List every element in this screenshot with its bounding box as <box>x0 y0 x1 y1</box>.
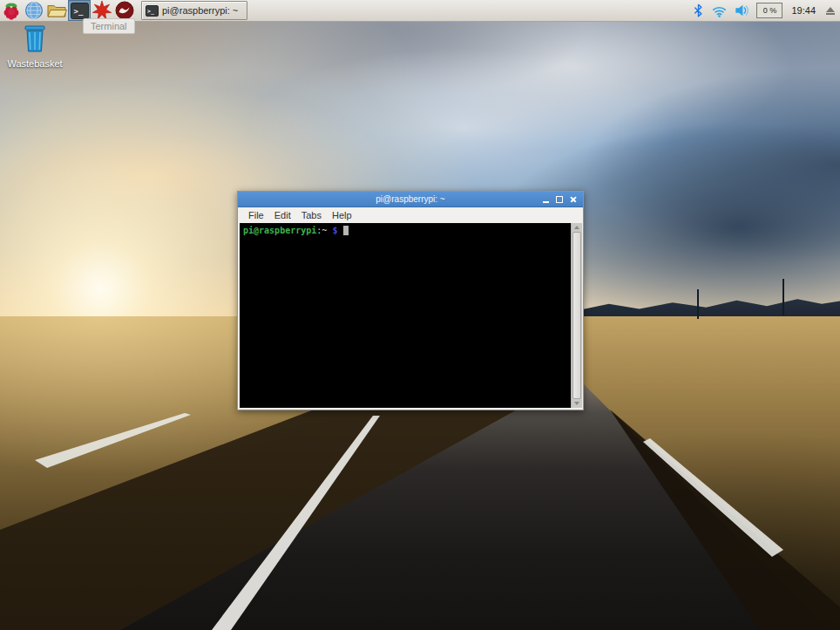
file-manager-launcher[interactable] <box>45 0 68 21</box>
eject-icon <box>826 7 835 12</box>
volume-icon[interactable] <box>734 3 750 18</box>
eject-icon-bar <box>826 13 835 15</box>
menu-file[interactable]: File <box>243 210 269 220</box>
cpu-usage-label: 0 % <box>763 6 777 15</box>
eject-button[interactable] <box>824 5 837 17</box>
svg-text:>_: >_ <box>73 7 83 16</box>
wifi-icon[interactable] <box>711 3 728 18</box>
wolfram-icon <box>115 1 134 20</box>
maximize-icon <box>556 196 563 203</box>
close-button[interactable] <box>566 193 580 206</box>
svg-text:>_: >_ <box>147 8 154 15</box>
shell-prompt: pi@raspberrypi:~ $ <box>243 226 349 235</box>
terminal-scrollbar[interactable] <box>571 223 582 408</box>
chevron-up-icon <box>574 226 579 229</box>
taskbar-window-button[interactable]: >_ pi@raspberrypi: ~ <box>141 1 247 20</box>
clock[interactable]: 19:44 <box>789 5 818 16</box>
screen: Wastebasket pi@raspberrypi: ~ File Edit … <box>0 0 840 630</box>
terminal-cursor <box>343 226 349 235</box>
maximize-button[interactable] <box>552 193 566 206</box>
minimize-button[interactable] <box>539 193 552 206</box>
menu-edit[interactable]: Edit <box>269 210 296 220</box>
scroll-down-button[interactable] <box>572 399 582 408</box>
close-icon <box>570 196 577 203</box>
cpu-monitor[interactable]: 0 % <box>756 3 782 18</box>
desktop-icon-wastebasket[interactable]: Wastebasket <box>7 24 63 69</box>
window-menubar: File Edit Tabs Help <box>238 207 583 223</box>
system-tray: 0 % 19:44 <box>692 3 840 18</box>
window-controls <box>539 192 580 207</box>
browser-launcher[interactable] <box>23 0 45 21</box>
raspberry-icon <box>2 1 21 20</box>
prompt-user-host: pi@raspberrypi <box>243 226 316 235</box>
desktop-icon-label: Wastebasket <box>7 58 63 69</box>
terminal-window: pi@raspberrypi: ~ File Edit Tabs Help pi… <box>237 191 584 410</box>
terminal-icon: >_ <box>71 3 89 19</box>
bluetooth-icon[interactable] <box>692 3 705 18</box>
terminal-frame: pi@raspberrypi:~ $ <box>238 222 583 410</box>
scrollbar-thumb[interactable] <box>572 232 581 399</box>
terminal-icon: >_ <box>146 5 159 17</box>
menu-button[interactable] <box>0 0 23 21</box>
chevron-down-icon <box>574 402 579 405</box>
window-title: pi@raspberrypi: ~ <box>238 194 583 204</box>
taskbar-window-label: pi@raspberrypi: ~ <box>162 5 238 16</box>
terminal-screen[interactable]: pi@raspberrypi:~ $ <box>240 223 571 408</box>
window-titlebar[interactable]: pi@raspberrypi: ~ <box>238 192 583 207</box>
menu-help[interactable]: Help <box>327 210 357 220</box>
menu-tabs[interactable]: Tabs <box>296 210 327 220</box>
minimize-icon <box>543 201 549 203</box>
wastebasket-icon <box>21 24 49 53</box>
prompt-space <box>337 226 342 235</box>
globe-icon <box>24 1 44 20</box>
folder-icon <box>46 2 67 19</box>
prompt-dollar: $ <box>327 226 337 235</box>
tooltip: Terminal <box>83 18 135 34</box>
scroll-up-button[interactable] <box>572 223 582 232</box>
